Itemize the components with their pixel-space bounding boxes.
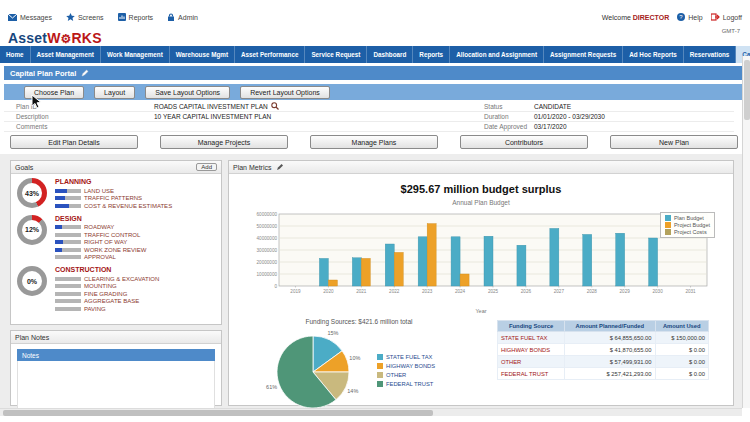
field-row-date-approved: Date Approved03/17/2020 (434, 122, 734, 132)
svg-text:60000000: 60000000 (257, 212, 278, 217)
nav-tab-dashboard[interactable]: Dashboard (367, 46, 413, 63)
annual-plan-budget-chart: 0100000002000000030000000400000005000000… (243, 208, 725, 308)
bar-chart-svg: 0100000002000000030000000400000005000000… (243, 208, 713, 304)
topmenu-admin[interactable]: Admin (167, 13, 198, 21)
svg-text:10%: 10% (349, 355, 360, 361)
nav-tab-service-request[interactable]: Service Request (305, 46, 367, 63)
task-label: FINE GRADING (84, 291, 127, 297)
contributors-button[interactable]: Contributors (460, 135, 588, 149)
edit-pencil-icon[interactable] (81, 69, 89, 77)
task-progress-fill (55, 189, 67, 193)
nav-tab-reservations[interactable]: Reservations (684, 46, 737, 63)
field-value-text: 10 YEAR CAPITAL INVESTMENT PLAN (154, 113, 271, 120)
nav-tab-asset-management[interactable]: Asset Management (31, 46, 101, 63)
nav-tab-home[interactable]: Home (0, 46, 31, 63)
field-label: Status (434, 103, 534, 110)
manage-projects-button[interactable]: Manage Projects (160, 135, 288, 149)
revert-layout-options-button[interactable]: Revert Layout Options (240, 86, 330, 99)
pie-title: Funding Sources: $421.6 million total (249, 318, 469, 325)
amount-cell: $ 41,870,655.00 (565, 344, 655, 356)
field-value: 03/17/2020 (534, 123, 567, 130)
svg-text:10000000: 10000000 (257, 272, 278, 277)
search-icon[interactable] (271, 102, 279, 111)
timezone-label: GMT-7 (722, 28, 740, 34)
legend-item: Project Costs (665, 229, 710, 235)
task-progress-bar (55, 189, 81, 193)
svg-text:2027: 2027 (554, 289, 565, 294)
goal-name: CONSTRUCTION (55, 266, 159, 273)
legend-swatch (665, 222, 671, 228)
plan-notes-panel: Plan Notes Notes (10, 330, 222, 406)
goal-group-planning: 43%PLANNINGLAND USETRAFFIC PATTERNSCOST … (17, 178, 215, 210)
nav-tab-reports[interactable]: Reports (413, 46, 450, 63)
topmenu-reports[interactable]: Reports (118, 13, 154, 21)
svg-text:2028: 2028 (587, 289, 598, 294)
vertical-scrollbar[interactable] (742, 56, 750, 408)
task-label: ROADWAY (84, 224, 114, 230)
bar-chart-legend: Plan BudgetProject BudgetProject Costs (660, 212, 715, 238)
goal-task: WORK ZONE REVIEW (55, 246, 146, 254)
nav-tab-work-management[interactable]: Work Management (101, 46, 170, 63)
goal-task: RIGHT OF WAY (55, 239, 146, 247)
pie-legend-label: OTHER (386, 372, 406, 378)
horizontal-scrollbar[interactable] (0, 408, 742, 416)
goal-task: AGGREGATE BASE (55, 298, 159, 306)
field-row-duration: Duration01/01/2020 - 03/29/2030 (434, 112, 734, 122)
task-label: AGGREGATE BASE (84, 298, 139, 304)
task-label: RIGHT OF WAY (84, 239, 127, 245)
notes-tab[interactable]: Notes (17, 349, 215, 361)
portal-header: Capital Plan Portal (4, 66, 742, 80)
logoff-button[interactable]: Logoff (711, 13, 742, 21)
nav-tab-warehouse-mgmt[interactable]: Warehouse Mgmt (170, 46, 235, 63)
goal-task: PAVING (55, 305, 159, 313)
task-label: LAND USE (84, 188, 114, 194)
svg-text:2029: 2029 (620, 289, 631, 294)
goal-group-construction: 0%CONSTRUCTIONCLEARING & EXCAVATIONMOUNT… (17, 266, 215, 313)
task-progress-bar (55, 255, 81, 259)
goal-donut: 0% (17, 266, 47, 296)
topmenu-messages[interactable]: Messages (8, 13, 52, 21)
task-label: APPROVAL (84, 254, 116, 260)
layout-button[interactable]: Layout (94, 86, 135, 99)
manage-plans-button[interactable]: Manage Plans (310, 135, 438, 149)
topmenu-label: Reports (129, 14, 154, 21)
goal-task: TRAFFIC PATTERNS (55, 195, 172, 203)
pie-legend-label: HIGHWAY BONDS (386, 363, 435, 369)
goal-group-design: 12%DESIGNROADWAYTRAFFIC CONTROLRIGHT OF … (17, 215, 215, 262)
vertical-scrollbar-thumb[interactable] (744, 60, 750, 120)
topmenu-screens[interactable]: Screens (66, 13, 104, 21)
save-layout-options-button[interactable]: Save Layout Options (145, 86, 230, 99)
horizontal-scrollbar-thumb[interactable] (3, 410, 433, 416)
help-button[interactable]: ? Help (677, 13, 702, 21)
funding-table-block: Funding SourceAmount Planned/FundedAmoun… (497, 318, 709, 413)
svg-text:40000000: 40000000 (257, 236, 278, 241)
notes-empty-area[interactable] (17, 361, 215, 409)
legend-swatch (665, 229, 671, 235)
svg-text:50000000: 50000000 (257, 224, 278, 229)
field-value: ROADS CAPITAL INVESTMENT PLAN (154, 102, 279, 111)
x-axis-label: Year (229, 308, 733, 314)
pie-legend: STATE FUEL TAXHIGHWAY BONDSOTHERFEDERAL … (377, 354, 435, 387)
funding-sources-section: Funding Sources: $421.6 million total 15… (249, 318, 725, 413)
envelope-icon (8, 14, 17, 21)
nav-tab-assignment-requests[interactable]: Assignment Requests (544, 46, 623, 63)
svg-text:2023: 2023 (422, 289, 433, 294)
edit-pencil-icon[interactable] (276, 163, 284, 171)
new-plan-button[interactable]: New Plan (610, 135, 738, 149)
logoff-icon (711, 13, 720, 21)
plan-fields-right: StatusCANDIDATEDuration01/01/2020 - 03/2… (434, 102, 734, 132)
nav-tab-ad-hoc-reports[interactable]: Ad Hoc Reports (623, 46, 684, 63)
amount-cell: $ 57,499,931.00 (565, 356, 655, 368)
task-progress-bar (55, 292, 81, 296)
field-value-text: CANDIDATE (534, 103, 571, 110)
edit-plan-details-button[interactable]: Edit Plan Details (10, 135, 138, 149)
funding-pie-block: Funding Sources: $421.6 million total 15… (249, 318, 497, 413)
task-progress-bar (55, 307, 81, 311)
svg-text:2020: 2020 (323, 289, 334, 294)
topmenu-label: Messages (20, 14, 52, 21)
nav-tab-allocation-and-assignment[interactable]: Allocation and Assignment (450, 46, 544, 63)
nav-tab-asset-performance[interactable]: Asset Performance (235, 46, 305, 63)
pie-legend-item: OTHER (377, 372, 435, 378)
add-goal-button[interactable]: Add (196, 163, 217, 171)
table-row: FEDERAL TRUST$ 257,421,293.00$ 0.00 (498, 368, 709, 380)
